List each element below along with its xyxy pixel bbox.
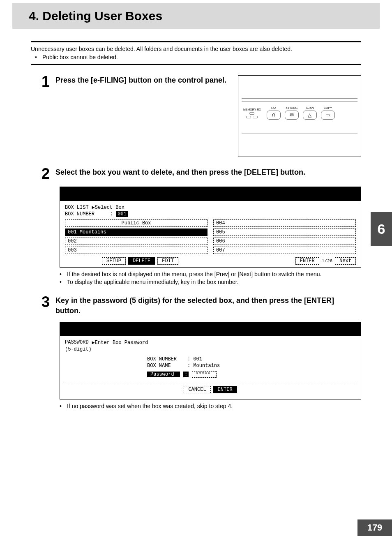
box-item-public[interactable]: Public Box [65, 219, 208, 227]
step-3: 3 Key in the password (5 digits) for the… [38, 295, 361, 316]
bullet-dot: • [35, 54, 38, 60]
step-2: 2 Select the box you want to delete, and… [38, 167, 361, 180]
enter-button[interactable]: ENTER [295, 257, 319, 265]
next-button[interactable]: Next [335, 257, 356, 265]
memory-rx-indicator: MEMORY RX [243, 108, 261, 118]
step-2-title: Select the box you want to delete, and t… [55, 167, 361, 177]
lcd3-box-name-value: : Mountains [187, 363, 220, 369]
lcd3-prompt: ▶Enter Box Password [92, 339, 148, 346]
lcd-box-list: BOX LIST ▶Select Box BOX NUMBER : 001 Pu… [60, 187, 361, 268]
box-item-006[interactable]: 006 [213, 238, 356, 245]
lcd-box-number-value: 001 [116, 211, 128, 217]
fax-button: FAX ⎙ [267, 106, 281, 120]
step-2-notes: •If the desired box is not displayed on … [60, 271, 361, 285]
lcd3-box-number-label: BOX NUMBER [147, 356, 184, 362]
box-item-003[interactable]: 003 [65, 247, 208, 254]
scan-label: SCAN [306, 106, 314, 109]
lcd-header-bar [60, 187, 361, 201]
step-3-note-1: If no password was set when the box was … [67, 403, 233, 409]
cancel-button[interactable]: CANCEL [184, 386, 210, 393]
control-panel-illustration: MEMORY RX FAX ⎙ e-FILING ✉ SCAN △ [238, 75, 361, 157]
page-indicator: 1/26 [322, 259, 332, 263]
box-item-004[interactable]: 004 [213, 219, 356, 227]
scan-icon: △ [308, 112, 311, 118]
rule-bottom [31, 64, 361, 65]
fax-label: FAX [271, 106, 276, 109]
edit-button[interactable]: EDIT [157, 257, 178, 265]
box-item-001-mountains[interactable]: 001 Mountains [65, 229, 208, 236]
lcd3-password-label: PASSWORD [65, 339, 89, 345]
fax-icon: ⎙ [272, 112, 275, 118]
step-number: 3 [38, 295, 50, 309]
lcd-colon: : [110, 211, 113, 217]
step-3-title: Key in the password (5 digits) for the s… [55, 295, 361, 316]
efiling-button: e-FILING ✉ [285, 106, 299, 120]
intro-paragraph: Unnecessary user boxes can be deleted. A… [31, 46, 361, 52]
scan-button: SCAN △ [303, 106, 317, 120]
step-number: 2 [38, 167, 50, 180]
copy-label: COPY [324, 106, 332, 109]
section-title: 4. Deleting User Boxes [29, 9, 380, 23]
copy-button: COPY ▭ [321, 106, 335, 120]
enter-button[interactable]: ENTER [213, 386, 237, 393]
step-1-title: Press the [e-FILING] button on the contr… [55, 75, 230, 85]
intro-bullet: • Public box cannot be deleted. [35, 54, 361, 60]
content-area: Unnecessary user boxes can be deleted. A… [31, 41, 361, 409]
lcd-box-grid: Public Box 004 001 Mountains 005 002 006… [65, 219, 356, 254]
copy-icon: ▭ [325, 112, 330, 118]
intro-bullet-text: Public box cannot be deleted. [42, 54, 118, 60]
memory-rx-label: MEMORY RX [243, 108, 261, 111]
lcd-header-bar [60, 322, 361, 336]
lcd-box-number-label: BOX NUMBER [65, 211, 95, 217]
lcd-password: PASSWORD ▶Enter Box Password (5-digit) B… [60, 322, 361, 399]
mail-icon: ✉ [290, 112, 294, 118]
step-2-note-1: If the desired box is not displayed on t… [67, 271, 321, 277]
box-item-005[interactable]: 005 [213, 229, 356, 236]
lcd3-box-number-value: : 001 [187, 356, 202, 362]
lcd3-digits-hint: (5-digit) [65, 346, 92, 352]
step-number: 1 [38, 75, 50, 88]
box-item-007[interactable]: 007 [213, 247, 356, 254]
efiling-label: e-FILING [286, 106, 298, 109]
lcd3-password-input[interactable]: ***** [192, 371, 217, 378]
step-3-notes: •If no password was set when the box was… [60, 403, 361, 409]
lcd3-box-name-label: BOX NAME [147, 363, 184, 369]
delete-button[interactable]: DELETE [128, 257, 155, 265]
lcd3-password-colon: : [183, 372, 189, 377]
page-number: 179 [357, 519, 392, 536]
box-item-002[interactable]: 002 [65, 238, 208, 245]
step-1: 1 Press the [e-FILING] button on the con… [38, 75, 361, 157]
setup-button[interactable]: SETUP [102, 257, 126, 265]
lcd-select-box-prompt: ▶Select Box [92, 204, 125, 210]
chapter-tab: 6 [371, 212, 392, 246]
rule-top [31, 41, 361, 42]
section-title-banner: 4. Deleting User Boxes [12, 3, 380, 29]
lcd3-password-field-label: Password [147, 372, 180, 377]
step-2-note-2: To display the applicable menu immediate… [67, 279, 239, 285]
lcd-box-list-label: BOX LIST [65, 205, 89, 210]
